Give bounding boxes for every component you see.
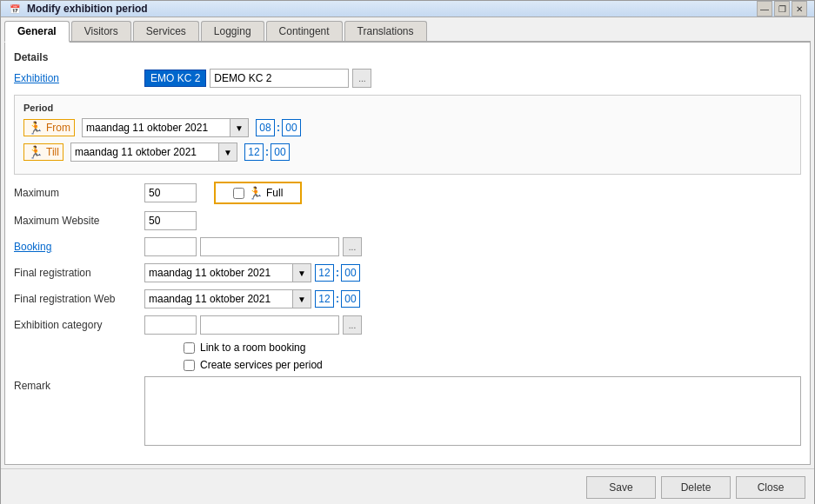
from-row: 🏃 From ▼ : bbox=[23, 118, 792, 137]
window-icon: 📅 bbox=[8, 2, 22, 16]
exhibition-cat-browse-button[interactable]: ... bbox=[343, 315, 362, 335]
link-room-checkbox[interactable] bbox=[184, 342, 195, 354]
footer-bar: Save Delete Close bbox=[1, 468, 814, 504]
final-reg-web-time-sep: : bbox=[335, 293, 340, 305]
final-reg-web-time-hour[interactable] bbox=[315, 290, 334, 308]
exhibition-row: Exhibition EMO KC 2 ... bbox=[14, 69, 801, 88]
exhibition-field-group: EMO KC 2 ... bbox=[144, 69, 371, 88]
period-title: Period bbox=[23, 103, 792, 113]
minimize-button[interactable]: — bbox=[757, 1, 772, 17]
exhibition-name-input[interactable] bbox=[210, 69, 349, 88]
till-label[interactable]: 🏃 Till bbox=[23, 143, 63, 161]
details-section-label: Details bbox=[14, 51, 801, 63]
from-time-field: : bbox=[256, 119, 301, 136]
content-area: General Visitors Services Logging Contin… bbox=[1, 17, 814, 468]
till-label-text: Till bbox=[46, 146, 59, 158]
full-checkbox-box: 🏃 Full bbox=[214, 182, 302, 204]
till-row: 🏃 Till ▼ : bbox=[23, 143, 792, 162]
link-room-row: Link to a room booking bbox=[184, 342, 801, 354]
main-window: 📅 Modify exhibition period — ❐ ✕ General… bbox=[0, 0, 815, 504]
final-reg-web-time-field: : bbox=[315, 290, 360, 308]
services-period-row: Create services per period bbox=[184, 359, 801, 371]
services-period-label[interactable]: Create services per period bbox=[200, 359, 323, 371]
till-date-btn[interactable]: ▼ bbox=[218, 143, 237, 162]
tab-bar: General Visitors Services Logging Contin… bbox=[4, 21, 811, 43]
till-date-field: ▼ bbox=[70, 143, 237, 162]
exhibition-cat-row: Exhibition category ... bbox=[14, 315, 801, 335]
booking-browse-button[interactable]: ... bbox=[343, 237, 362, 256]
tab-contingent[interactable]: Contingent bbox=[266, 21, 343, 41]
window-controls: — ❐ ✕ bbox=[757, 1, 807, 17]
final-reg-web-date-input[interactable] bbox=[144, 289, 292, 308]
from-label-text: From bbox=[46, 122, 70, 134]
from-time-hour[interactable] bbox=[256, 119, 275, 136]
final-reg-time-min[interactable] bbox=[341, 264, 360, 282]
exhibition-cat-name-input[interactable] bbox=[200, 315, 339, 335]
full-figure-icon: 🏃 bbox=[248, 186, 263, 200]
max-website-row: Maximum Website bbox=[14, 211, 801, 230]
remark-label: Remark bbox=[14, 376, 144, 392]
exhibition-label[interactable]: Exhibition bbox=[14, 72, 144, 84]
from-time-sep: : bbox=[276, 122, 281, 134]
remark-textarea[interactable] bbox=[144, 376, 801, 446]
tab-general[interactable]: General bbox=[4, 21, 70, 43]
final-reg-web-date-btn[interactable]: ▼ bbox=[292, 289, 311, 308]
full-checkbox-label[interactable]: 🏃 Full bbox=[233, 186, 283, 200]
final-reg-web-row: Final registration Web ▼ : bbox=[14, 289, 801, 308]
delete-button[interactable]: Delete bbox=[661, 476, 731, 499]
maximum-row: Maximum 🏃 Full bbox=[14, 182, 801, 204]
final-reg-web-time-min[interactable] bbox=[341, 290, 360, 308]
from-time-min[interactable] bbox=[282, 119, 301, 136]
from-date-btn[interactable]: ▼ bbox=[230, 118, 249, 137]
from-date-input[interactable] bbox=[82, 118, 230, 137]
till-time-sep: : bbox=[264, 146, 270, 158]
exhibition-cat-id-input[interactable] bbox=[144, 315, 197, 335]
till-time-min[interactable] bbox=[271, 143, 290, 161]
tab-logging[interactable]: Logging bbox=[201, 21, 264, 41]
exhibition-cat-field-group: ... bbox=[144, 315, 362, 335]
from-date-field: ▼ bbox=[82, 118, 249, 137]
max-website-label: Maximum Website bbox=[14, 215, 144, 227]
from-figure-icon: 🏃 bbox=[28, 121, 43, 135]
till-time-field: : bbox=[244, 143, 290, 161]
max-website-input[interactable] bbox=[144, 211, 197, 230]
close-window-button[interactable]: ✕ bbox=[792, 1, 807, 17]
maximum-label: Maximum bbox=[14, 187, 144, 199]
tab-visitors[interactable]: Visitors bbox=[71, 21, 131, 41]
till-date-input[interactable] bbox=[70, 143, 218, 162]
link-room-label[interactable]: Link to a room booking bbox=[200, 342, 305, 354]
till-time-hour[interactable] bbox=[244, 143, 264, 161]
booking-id-input[interactable] bbox=[144, 237, 197, 256]
booking-name-input[interactable] bbox=[200, 237, 339, 256]
booking-label-link[interactable]: Booking bbox=[14, 241, 51, 253]
remark-row: Remark bbox=[14, 376, 801, 448]
final-reg-date-input[interactable] bbox=[144, 263, 292, 282]
final-reg-web-date-field: ▼ bbox=[144, 289, 311, 308]
final-reg-time-hour[interactable] bbox=[315, 264, 334, 282]
from-label[interactable]: 🏃 From bbox=[23, 119, 75, 136]
maximum-input[interactable] bbox=[144, 183, 197, 202]
restore-button[interactable]: ❐ bbox=[774, 1, 790, 17]
period-box: Period 🏃 From ▼ : bbox=[14, 95, 801, 175]
exhibition-browse-button[interactable]: ... bbox=[352, 69, 371, 88]
close-button[interactable]: Close bbox=[736, 476, 805, 499]
tab-translations[interactable]: Translations bbox=[344, 21, 427, 41]
exhibition-cat-label: Exhibition category bbox=[14, 319, 144, 331]
full-label-text: Full bbox=[266, 187, 283, 199]
booking-row: Booking ... bbox=[14, 237, 801, 256]
final-reg-date-btn[interactable]: ▼ bbox=[292, 263, 311, 282]
booking-field-label: Booking bbox=[14, 241, 144, 253]
full-checkbox[interactable] bbox=[233, 188, 244, 199]
exhibition-id-field: EMO KC 2 bbox=[144, 70, 206, 87]
final-reg-web-label: Final registration Web bbox=[14, 293, 144, 305]
booking-field-group: ... bbox=[144, 237, 362, 256]
final-reg-time-field: : bbox=[315, 264, 360, 282]
final-reg-time-sep: : bbox=[335, 267, 340, 279]
tab-services[interactable]: Services bbox=[133, 21, 199, 41]
services-period-checkbox[interactable] bbox=[184, 360, 195, 371]
till-figure-icon: 🏃 bbox=[28, 145, 43, 159]
window-title: Modify exhibition period bbox=[27, 3, 757, 15]
final-reg-date-field: ▼ bbox=[144, 263, 311, 282]
save-button[interactable]: Save bbox=[586, 476, 656, 499]
title-bar: 📅 Modify exhibition period — ❐ ✕ bbox=[1, 1, 814, 17]
